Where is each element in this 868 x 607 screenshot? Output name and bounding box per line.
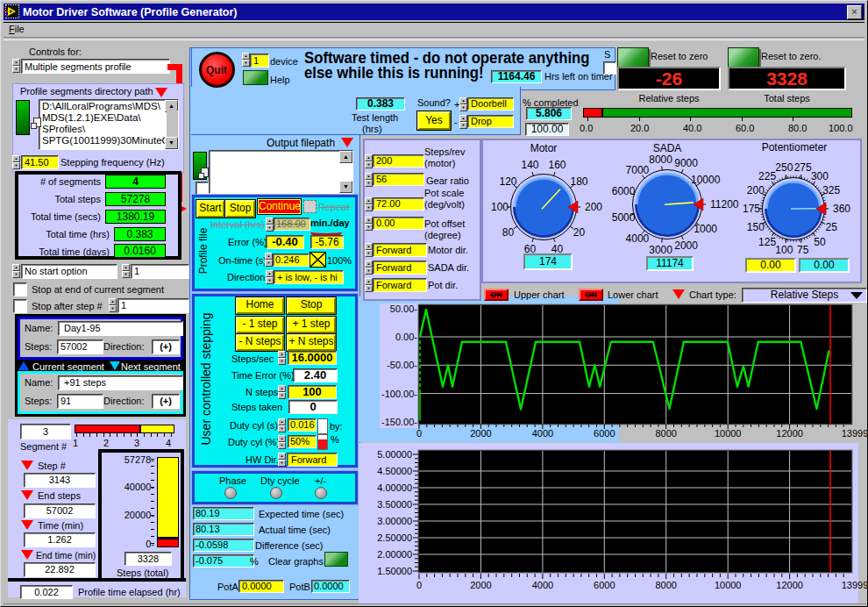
svg-text:160: 160	[548, 159, 566, 171]
svg-text:1000: 1000	[694, 223, 717, 235]
svg-text:-100.00-: -100.00-	[381, 389, 417, 399]
svg-text:100: 100	[775, 244, 793, 256]
svg-text:175: 175	[743, 203, 760, 215]
svg-text:20: 20	[573, 226, 586, 239]
svg-text:225: 225	[758, 170, 776, 182]
svg-text:2.50000: 2.50000	[377, 532, 412, 543]
svg-text:10000: 10000	[691, 174, 721, 186]
svg-text:5.00000: 5.00000	[377, 449, 412, 460]
svg-text:200: 200	[747, 184, 765, 196]
svg-text:2.00000: 2.00000	[377, 549, 412, 560]
svg-text:50.00-: 50.00-	[390, 304, 418, 314]
svg-text:3.00000: 3.00000	[377, 516, 412, 526]
svg-text:-50.00-: -50.00-	[387, 360, 417, 370]
svg-text:4000: 4000	[532, 428, 553, 439]
svg-text:4000: 4000	[626, 232, 650, 245]
svg-text:140: 140	[521, 159, 538, 171]
svg-text:325: 325	[822, 184, 840, 196]
svg-text:Motor: Motor	[530, 142, 558, 154]
svg-text:3.50000: 3.50000	[377, 499, 412, 510]
svg-text:2000: 2000	[674, 239, 698, 252]
svg-text:10000: 10000	[715, 428, 742, 439]
svg-text:8000: 8000	[655, 428, 676, 439]
svg-text:275: 275	[794, 161, 812, 174]
svg-text:6000: 6000	[612, 185, 636, 197]
svg-text:4.50000: 4.50000	[377, 466, 412, 476]
svg-text:75: 75	[797, 244, 809, 256]
svg-text:0: 0	[416, 428, 422, 439]
svg-text:6000: 6000	[594, 428, 615, 439]
svg-text:50: 50	[814, 236, 826, 248]
svg-text:4.00000: 4.00000	[377, 482, 412, 493]
svg-text:6000: 6000	[594, 580, 615, 590]
svg-text:12000: 12000	[776, 428, 803, 439]
svg-text:200: 200	[585, 201, 602, 213]
svg-text:125: 125	[758, 236, 776, 248]
svg-text:13999: 13999	[842, 428, 868, 439]
svg-text:12000: 12000	[776, 580, 803, 590]
svg-text:80: 80	[502, 226, 515, 239]
svg-text:1.50000: 1.50000	[377, 566, 412, 576]
svg-text:250: 250	[775, 161, 793, 174]
svg-text:-150.00-: -150.00-	[381, 417, 417, 427]
svg-text:Potentiometer: Potentiometer	[762, 141, 828, 154]
svg-text:9000: 9000	[674, 157, 698, 169]
svg-text:7000: 7000	[626, 164, 650, 176]
svg-text:8000: 8000	[649, 154, 672, 166]
svg-text:5000: 5000	[612, 211, 636, 224]
svg-text:3000: 3000	[649, 244, 672, 256]
svg-text:25: 25	[826, 221, 838, 233]
svg-text:180: 180	[570, 175, 587, 188]
svg-text:300: 300	[811, 170, 829, 182]
svg-text:4000: 4000	[532, 580, 553, 590]
svg-text:0: 0	[416, 580, 422, 590]
svg-text:360: 360	[833, 203, 850, 215]
svg-text:2000: 2000	[470, 428, 491, 439]
svg-text:2000: 2000	[470, 580, 491, 590]
svg-text:150: 150	[747, 221, 765, 233]
svg-text:8000: 8000	[655, 580, 676, 590]
svg-text:120: 120	[499, 175, 516, 188]
svg-text:0.00-: 0.00-	[395, 332, 417, 342]
svg-text:100: 100	[491, 201, 509, 213]
svg-text:10000: 10000	[715, 580, 742, 590]
svg-text:11200: 11200	[710, 198, 739, 211]
svg-text:13999: 13999	[842, 580, 868, 590]
